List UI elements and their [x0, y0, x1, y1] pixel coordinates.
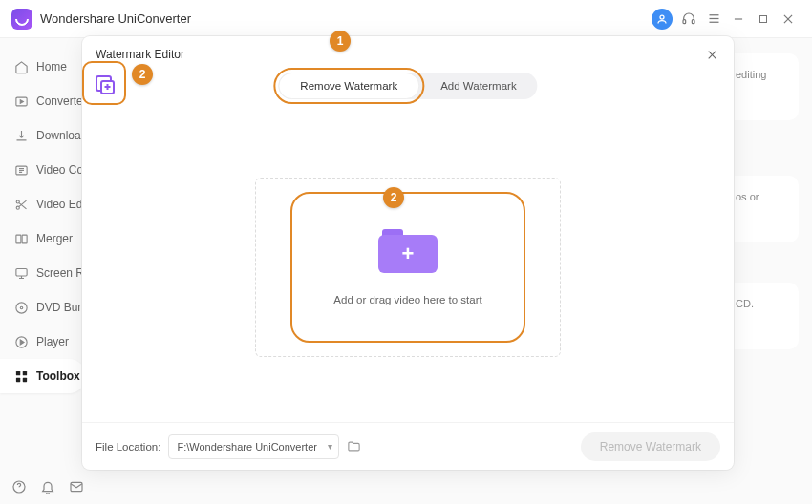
mail-icon[interactable] — [65, 475, 88, 498]
minimize-button[interactable] — [726, 7, 751, 32]
sidebar-item-label: Player — [36, 335, 69, 348]
tab-label: Add Watermark — [440, 80, 516, 92]
bg-card: CD. — [722, 283, 799, 349]
sidebar-item-merger[interactable]: Merger — [0, 221, 86, 256]
sidebar-item-label: Merger — [36, 232, 73, 245]
open-folder-icon[interactable] — [347, 439, 362, 454]
sidebar-item-label: Home — [36, 60, 67, 74]
svg-rect-1 — [683, 19, 686, 23]
compress-icon — [13, 162, 29, 178]
file-location-select[interactable]: F:\Wondershare UniConverter — [168, 434, 339, 459]
file-location-value: F:\Wondershare UniConverter — [177, 441, 317, 452]
sidebar-item-label: DVD Burner — [36, 301, 86, 314]
tab-add-watermark[interactable]: Add Watermark — [419, 73, 537, 99]
svg-point-17 — [15, 302, 26, 312]
file-location-label: File Location: — [96, 441, 160, 452]
help-icon[interactable] — [8, 475, 31, 498]
sidebar-item-label: Video Editor — [36, 198, 86, 211]
callout-badge-2b: 2 — [383, 187, 404, 208]
recorder-icon — [13, 265, 29, 281]
svg-rect-15 — [22, 235, 27, 243]
sidebar-item-toolbox[interactable]: Toolbox — [0, 359, 86, 393]
sidebar-item-editor[interactable]: Video Editor — [0, 187, 86, 221]
sidebar-item-player[interactable]: Player — [0, 325, 86, 359]
watermark-editor-modal: Watermark Editor Remove Watermark Add Wa… — [82, 36, 734, 470]
sidebar-item-converter[interactable]: Converter — [0, 84, 86, 118]
sidebar-item-downloader[interactable]: Downloader — [0, 118, 86, 153]
svg-rect-2 — [692, 19, 694, 23]
callout-badge-2a: 2 — [132, 64, 153, 85]
sidebar-item-dvd[interactable]: DVD Burner — [0, 290, 86, 325]
svg-rect-14 — [15, 235, 20, 243]
sidebar-item-label: Downloader — [36, 129, 86, 142]
tab-label: Remove Watermark — [300, 80, 397, 92]
dropzone[interactable]: + Add or drag video here to start — [255, 178, 561, 357]
svg-point-12 — [16, 200, 19, 202]
tab-remove-watermark[interactable]: Remove Watermark — [278, 73, 419, 99]
svg-rect-21 — [22, 370, 26, 374]
grid-icon — [13, 368, 29, 384]
user-avatar-icon[interactable] — [652, 9, 673, 30]
home-icon — [13, 59, 29, 74]
sidebar-item-label: Converter — [36, 94, 86, 108]
remove-watermark-button[interactable]: Remove Watermark — [581, 432, 720, 461]
sidebar-item-label: Screen Recorder — [36, 266, 86, 280]
merger-icon — [13, 231, 29, 246]
disc-icon — [13, 300, 29, 315]
converter-icon — [13, 94, 29, 109]
sidebar-item-home[interactable]: Home — [0, 50, 86, 84]
download-icon — [13, 128, 29, 143]
headset-icon[interactable] — [676, 7, 701, 32]
svg-rect-23 — [22, 377, 26, 381]
modal-title: Watermark Editor — [96, 48, 184, 61]
scissors-icon — [13, 197, 29, 212]
svg-rect-7 — [760, 15, 767, 22]
callout-badge-1: 1 — [330, 31, 351, 52]
sidebar-item-label: Toolbox — [36, 369, 80, 383]
dropzone-text: Add or drag video here to start — [333, 294, 481, 305]
menu-icon[interactable] — [701, 7, 726, 32]
svg-rect-16 — [15, 268, 26, 276]
svg-point-18 — [20, 306, 23, 309]
svg-rect-20 — [15, 370, 19, 374]
svg-rect-22 — [15, 377, 19, 381]
add-file-button[interactable] — [86, 65, 124, 103]
close-icon[interactable] — [703, 46, 720, 63]
folder-plus-icon: + — [378, 229, 438, 273]
watermark-tabs: Remove Watermark Add Watermark — [278, 73, 537, 99]
maximize-button[interactable] — [751, 7, 776, 32]
bell-icon[interactable] — [36, 475, 59, 498]
app-title: Wondershare UniConverter — [40, 11, 191, 26]
sidebar-item-label: Video Compressor — [36, 163, 86, 177]
svg-point-13 — [16, 206, 19, 209]
bg-card: os or — [722, 176, 799, 242]
play-icon — [13, 334, 29, 349]
sidebar-item-recorder[interactable]: Screen Recorder — [0, 256, 86, 290]
button-label: Remove Watermark — [600, 440, 701, 453]
bg-card: editing — [722, 53, 799, 120]
sidebar-item-compressor[interactable]: Video Compressor — [0, 153, 86, 187]
app-logo — [11, 9, 32, 30]
close-window-button[interactable] — [776, 7, 801, 32]
svg-point-0 — [660, 15, 664, 19]
